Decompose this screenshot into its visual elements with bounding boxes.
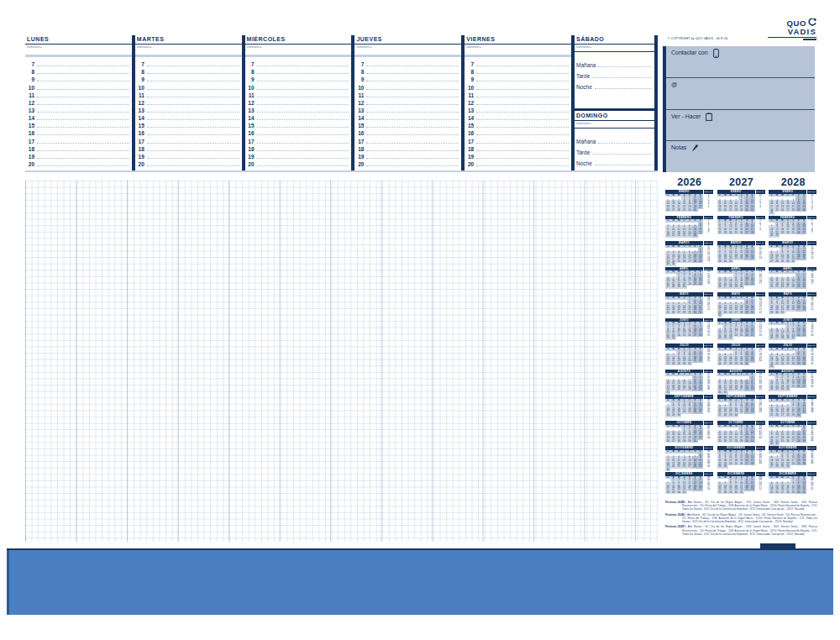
day-cell: 26: [698, 283, 703, 286]
hour-number: 18: [465, 146, 474, 152]
hour-writing-line: [257, 89, 349, 90]
hour-writing-line: [37, 66, 129, 66]
hour-row: 14: [245, 113, 352, 121]
hour-row: 18: [245, 144, 352, 152]
hour-writing-line: [37, 73, 129, 74]
day-cell: 30: [801, 286, 806, 289]
month-grid: ABRILLMMJVSD1234567891011121314151617181…: [717, 267, 755, 293]
week-number: 39: [807, 411, 816, 414]
hour-writing-line: [366, 127, 459, 128]
week-number: 48: [807, 462, 816, 465]
day-name-label: LUNES: [25, 35, 132, 45]
panel-section-email: @: [666, 77, 815, 109]
hour-row: 7: [135, 60, 242, 67]
hour-row: 19: [465, 152, 571, 160]
week-number: 13: [756, 257, 765, 260]
day-cell: 25: [801, 334, 806, 338]
hour-number: 8: [25, 69, 34, 75]
month-days: 1234567891011121314151617181920212223242…: [769, 248, 806, 263]
day-cell: 30: [733, 414, 738, 417]
week-number: 53: [704, 488, 713, 491]
hour-row: 10: [465, 82, 571, 90]
hour-lines: 7891011121314151617181920: [135, 60, 242, 167]
week-number: 22: [704, 308, 713, 312]
month-grid: OCTUBRELMMJVSD12345678910111213141516171…: [769, 421, 806, 447]
hour-number: 20: [465, 161, 474, 167]
hour-row: 17: [465, 136, 571, 144]
desk-planner-page: LUNESDominante ▸789101112131415161718192…: [0, 0, 840, 640]
holidays-row: Festivos 2027 1/1: Año Nuevo - 6/1: Día …: [665, 525, 817, 536]
week-number-strip: SEMANA12345: [704, 190, 713, 216]
month-diciembre-2027: DICIEMBRELMMJVSD123456789101112131415161…: [717, 472, 766, 498]
day-cell: 30: [698, 388, 703, 391]
calendar-year-2028: 2028ENEROLMMJVSD123456789101112131415161…: [769, 176, 817, 498]
week-number-strip: SEMANA4445464748: [807, 446, 816, 472]
month-mayo-2026: MAYOLMMJVSD12345678910111213141516171819…: [665, 292, 714, 318]
hour-writing-line: [476, 97, 569, 97]
hour-number: 17: [245, 139, 255, 144]
hour-number: 18: [135, 146, 144, 152]
hour-number: 14: [354, 115, 364, 121]
day-cell: 30: [738, 286, 743, 289]
week-number: 40: [704, 411, 713, 414]
hour-row: 11: [465, 91, 571, 98]
hour-number: 12: [135, 100, 144, 106]
hour-number: 9: [135, 76, 144, 82]
month-days: 1234567891011121314151617181920212223242…: [665, 274, 703, 289]
day-periods: MañanaTardeNoche: [575, 57, 654, 90]
hour-row: 20: [354, 160, 461, 167]
hour-number: 18: [25, 146, 34, 152]
day-cell: 30: [681, 286, 686, 289]
day-cell: 26: [698, 359, 703, 363]
hour-row: 9: [245, 75, 352, 82]
week-number-strip: SEMANA2728293031: [704, 344, 713, 370]
hour-writing-line: [257, 165, 349, 166]
week-number-strip: SEMANA4950515253: [704, 472, 713, 498]
day-cell: 31: [681, 491, 686, 495]
year-label: 2028: [769, 176, 817, 188]
year-label: 2027: [717, 176, 766, 188]
holidays-text: 1/1: Año Nuevo - 6/1: Día de los Reyes M…: [682, 513, 817, 524]
day-cell: 30: [722, 465, 727, 469]
day-cell: 31: [749, 440, 754, 443]
date-band: [354, 55, 461, 57]
hour-number: 10: [25, 85, 34, 91]
hour-writing-line: [257, 119, 349, 120]
month-grid: OCTUBRELMMJVSD12345678910111213141516171…: [665, 421, 703, 447]
month-septiembre-2027: SEPTIEMBRELMMJVSD12345678910111213141516…: [717, 395, 766, 421]
day-sublabel: Dominante ▸: [135, 45, 242, 50]
month-octubre-2028: OCTUBRELMMJVSD12345678910111213141516171…: [769, 421, 817, 447]
holidays-year-label: Festivos 2025: [665, 501, 680, 511]
month-mayo-2028: MAYOLMMJVSD12345678910111213141516171819…: [769, 292, 817, 318]
month-septiembre-2026: SEPTIEMBRELMMJVSD12345678910111213141516…: [665, 395, 714, 421]
week-number-strip: SEMANA303132333435: [756, 370, 765, 396]
holidays-row: Festivos 2025 1/1: Año Nuevo - 6/1: Día …: [665, 501, 817, 511]
hour-row: 16: [354, 129, 461, 136]
hour-writing-line: [147, 158, 239, 159]
hour-number: 9: [465, 76, 474, 82]
hour-writing-line: [366, 165, 459, 166]
month-grid: MAYOLMMJVSD12345678910111213141516171819…: [717, 292, 755, 318]
hour-number: 14: [25, 115, 34, 121]
month-abril-2028: ABRILLMMJVSD1234567891011121314151617181…: [769, 267, 817, 293]
hour-lines: 7891011121314151617181920: [465, 60, 571, 167]
bottom-blue-band: [7, 548, 833, 615]
day-name-label: DOMINGO: [575, 112, 654, 121]
day-cell: 28: [749, 232, 754, 235]
holidays-text: 1/1: Año Nuevo - 6/1: Día de los Reyes M…: [682, 525, 817, 536]
month-junio-2026: JUNIOLMMJVSD1234567891011121314151617181…: [665, 318, 714, 344]
hour-number: 13: [25, 108, 34, 113]
month-days: 1234567891011121314151617181920212223242…: [717, 402, 755, 417]
phone-icon: [713, 49, 719, 58]
period-label: Tarde: [576, 73, 590, 79]
week-number-strip: SEMANA444546474849: [704, 446, 713, 472]
hour-row: 8: [25, 67, 132, 75]
hour-row: 11: [245, 91, 352, 98]
hour-number: 7: [135, 61, 144, 67]
day-cell: 31: [801, 491, 806, 495]
period-row: Noche: [575, 79, 654, 90]
hour-writing-line: [257, 150, 349, 151]
hour-row: 14: [465, 113, 571, 121]
hour-row: 16: [245, 129, 352, 136]
hour-number: 9: [354, 76, 364, 82]
